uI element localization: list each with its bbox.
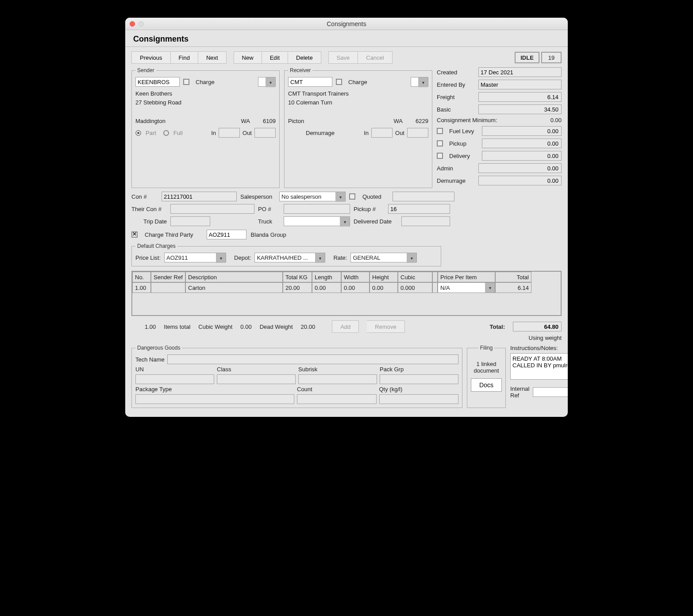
- tech-name-label: Tech Name: [135, 356, 165, 363]
- th-len: Length: [312, 272, 341, 282]
- charge-third-party-checkbox[interactable]: [131, 231, 138, 238]
- default-charges-legend: Default Charges: [135, 243, 177, 249]
- th-tot: Total: [495, 272, 531, 282]
- docs-button[interactable]: Docs: [471, 378, 502, 392]
- close-icon[interactable]: [130, 21, 135, 27]
- sender-city: Maddington: [135, 118, 238, 124]
- pack-label: Pack Grp: [380, 366, 458, 373]
- delete-button[interactable]: Delete: [288, 51, 321, 64]
- remove-button: Remove: [367, 320, 404, 333]
- rate-select[interactable]: GENERAL▾: [350, 253, 417, 262]
- cell-tot: 6.14: [495, 282, 531, 293]
- cubic-weight-label: Cubic Weight: [198, 323, 232, 330]
- table-row[interactable]: 1.00 Carton 20.00 0.00 0.00 0.00 0.000 N…: [132, 282, 561, 293]
- sender-out-input[interactable]: [254, 128, 276, 138]
- pricelist-select[interactable]: AOZ911▾: [164, 253, 226, 262]
- pkgtype-input[interactable]: [135, 394, 294, 404]
- find-button[interactable]: Find: [171, 51, 198, 64]
- un-input[interactable]: [135, 374, 214, 384]
- pack-input[interactable]: [380, 374, 458, 384]
- delivered-input[interactable]: [401, 216, 450, 226]
- th-no: No.: [132, 272, 151, 282]
- dg-legend: Dangerous Goods: [135, 345, 182, 351]
- depot-select[interactable]: KARRATHA/HED ...▾: [254, 253, 325, 262]
- th-kg: Total KG: [283, 272, 312, 282]
- ctp-label: Charge Third Party: [145, 231, 193, 238]
- sender-code-input[interactable]: [135, 77, 180, 87]
- cell-len: 0.00: [312, 282, 341, 293]
- fuel-value: [482, 126, 562, 136]
- sender-dropdown[interactable]: ▾: [258, 77, 276, 87]
- qty-input[interactable]: [379, 394, 459, 404]
- status-idle: IDLE: [515, 52, 539, 63]
- receiver-charge-checkbox[interactable]: [336, 79, 342, 85]
- sender-charge-checkbox[interactable]: [183, 79, 189, 85]
- subrisk-input[interactable]: [298, 374, 377, 384]
- tech-name-input[interactable]: [167, 354, 458, 364]
- count-input[interactable]: [297, 394, 377, 404]
- delivery-checkbox[interactable]: [437, 153, 443, 159]
- salesperson-select[interactable]: No salesperson▾: [279, 192, 346, 201]
- cell-wid: 0.00: [341, 282, 370, 293]
- sender-out-label: Out: [243, 130, 252, 136]
- sender-address: 27 Stebbing Road: [135, 98, 276, 107]
- cubic-weight-value: 0.00: [240, 323, 251, 330]
- truck-select[interactable]: ▾: [284, 216, 350, 226]
- cell-ppi[interactable]: N/A▾: [438, 282, 495, 293]
- total-label: Total:: [490, 323, 505, 330]
- previous-button[interactable]: Previous: [131, 51, 171, 64]
- receiver-legend: Receiver: [288, 67, 312, 73]
- sender-part-radio[interactable]: [135, 130, 141, 136]
- pickupnum-input[interactable]: [388, 204, 450, 214]
- ctp-code-input[interactable]: [207, 230, 246, 239]
- quoted-label: Quoted: [362, 193, 389, 200]
- receiver-code-input[interactable]: [288, 77, 332, 87]
- toolbar: Previous Find Next New Edit Delete Save …: [131, 51, 562, 64]
- sender-charge-label: Charge: [196, 79, 215, 85]
- subrisk-label: Subrisk: [298, 366, 377, 373]
- created-label: Created: [437, 69, 475, 76]
- tripdate-label: Trip Date: [131, 218, 167, 225]
- consignments-window: Consignments Consignments Previous Find …: [125, 18, 568, 417]
- pickup-checkbox[interactable]: [437, 140, 443, 146]
- side-demurrage-value: [478, 176, 562, 185]
- total-value: [513, 322, 562, 331]
- qty-label: Qty (kg/l): [379, 386, 459, 393]
- salesperson-label: Salesperson: [240, 193, 276, 200]
- fuel-checkbox[interactable]: [437, 128, 443, 134]
- quoted-input[interactable]: [393, 192, 454, 201]
- internal-ref-input[interactable]: [533, 387, 568, 397]
- th-spacer: [432, 272, 438, 282]
- tripdate-input[interactable]: [170, 216, 210, 226]
- po-label: PO #: [258, 206, 280, 212]
- notes-textarea[interactable]: [510, 353, 568, 380]
- quoted-checkbox[interactable]: [349, 193, 355, 200]
- th-hei: Height: [370, 272, 398, 282]
- edit-button[interactable]: Edit: [262, 51, 288, 64]
- receiver-out-input[interactable]: [407, 128, 428, 138]
- basic-label: Basic: [437, 106, 475, 113]
- dead-weight-value: 20.00: [301, 323, 316, 330]
- receiver-in-input[interactable]: [371, 128, 393, 138]
- sender-full-radio[interactable]: [163, 130, 169, 136]
- receiver-dropdown[interactable]: ▾: [411, 77, 428, 87]
- receiver-demurrage-label: Demurrage: [306, 130, 335, 136]
- cell-desc: Carton: [185, 282, 283, 293]
- new-button[interactable]: New: [234, 51, 262, 64]
- con-input[interactable]: [162, 192, 237, 201]
- po-input[interactable]: [284, 204, 350, 214]
- linked-docs-label: 1 linked document: [471, 361, 502, 374]
- conmin-value: 0.00: [535, 117, 562, 123]
- theircon-input[interactable]: [170, 204, 254, 214]
- sender-in-input[interactable]: [219, 128, 240, 138]
- class-input[interactable]: [217, 374, 296, 384]
- count-label: Count: [297, 386, 377, 393]
- chevron-down-icon: ▾: [270, 80, 272, 85]
- sender-legend: Sender: [135, 67, 156, 73]
- theircon-label: Their Con #: [131, 206, 167, 212]
- chevron-down-icon: ▾: [319, 256, 321, 261]
- items-total-label: Items total: [164, 323, 190, 330]
- notes-label: Instructions/Notes:: [510, 345, 568, 351]
- next-button[interactable]: Next: [198, 51, 227, 64]
- pickup-value: [482, 139, 562, 148]
